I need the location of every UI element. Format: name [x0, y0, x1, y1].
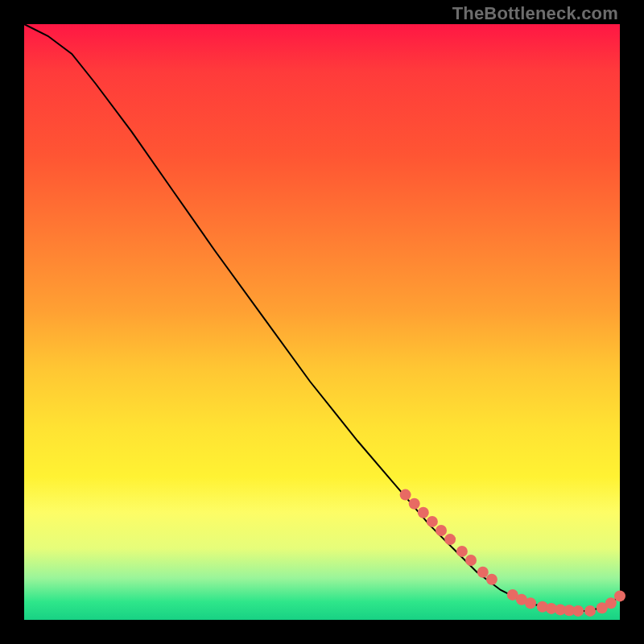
stage: TheBottleneck.com: [0, 0, 644, 644]
marker-dot: [427, 516, 438, 527]
marker-dot: [605, 597, 617, 609]
chart-overlay: [24, 24, 620, 620]
marker-dot: [572, 605, 584, 617]
marker-dot: [400, 489, 411, 501]
chart-gradient-area: [24, 24, 620, 620]
marker-dot: [486, 574, 497, 585]
marker-dot: [444, 534, 456, 545]
marker-dots-group: [400, 489, 625, 617]
marker-dot: [418, 507, 429, 518]
marker-dot: [456, 546, 468, 557]
watermark-text: TheBottleneck.com: [452, 3, 618, 24]
marker-dot: [525, 597, 536, 609]
marker-dot: [477, 567, 489, 578]
marker-dot: [614, 590, 625, 601]
marker-dot: [409, 498, 420, 510]
marker-dot: [584, 605, 596, 617]
bottleneck-curve: [24, 24, 620, 611]
marker-dot: [465, 555, 477, 566]
marker-dot: [436, 525, 447, 536]
